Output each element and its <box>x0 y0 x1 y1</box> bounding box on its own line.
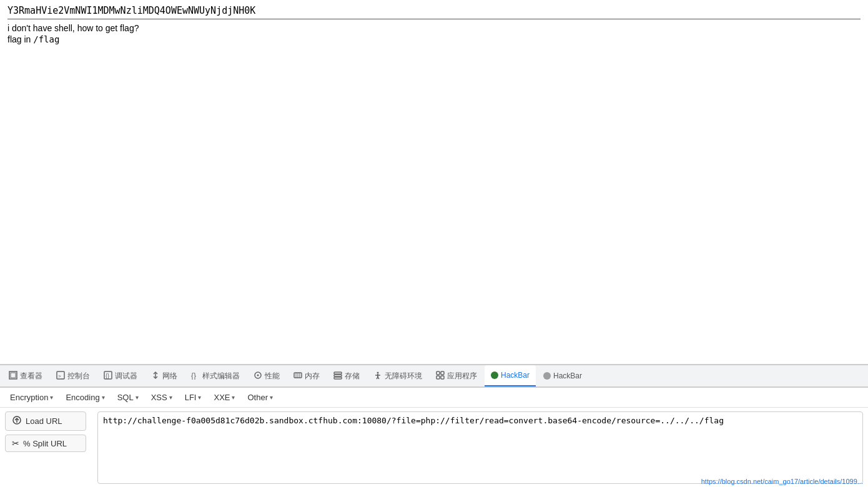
menu-other-label: Other <box>247 393 268 402</box>
tab-hackbar2-label: HackBar <box>553 371 582 380</box>
svg-rect-15 <box>334 375 342 376</box>
split-url-button[interactable]: ✂ % Split URL <box>5 435 86 452</box>
lfi-arrow-icon: ▾ <box>198 394 201 401</box>
tab-hackbar2[interactable]: HackBar <box>537 365 588 386</box>
tab-console[interactable]: >_ 控制台 <box>50 365 96 386</box>
svg-text:{}: {} <box>106 373 109 379</box>
tab-debugger-label: 调试器 <box>115 371 137 381</box>
svg-rect-25 <box>441 376 444 379</box>
flag-line2-prefix: flag in <box>7 34 33 44</box>
flag-line2: flag in /flag <box>7 34 861 44</box>
menu-encryption-label: Encryption <box>10 393 48 402</box>
status-bar: https://blog.csdn.net/caim_go17/article/… <box>701 476 868 487</box>
debugger-icon: {} <box>104 371 112 381</box>
menu-encryption[interactable]: Encryption ▾ <box>5 391 58 404</box>
hackbar-panel: Encryption ▾ Encoding ▾ SQL ▾ XSS ▾ LFI … <box>0 387 868 487</box>
tab-performance-label: 性能 <box>265 371 280 381</box>
menu-xxe[interactable]: XXE ▾ <box>209 391 240 404</box>
status-url: https://blog.csdn.net/caim_go17/article/… <box>701 478 863 485</box>
flag-line2-path: /flag <box>33 34 59 44</box>
performance-icon <box>254 371 262 381</box>
tab-accessibility-label: 无障碍环境 <box>385 371 422 381</box>
svg-rect-14 <box>334 372 342 374</box>
tab-storage[interactable]: 存储 <box>327 365 366 386</box>
menu-lfi[interactable]: LFI ▾ <box>180 391 207 404</box>
style-icon: {} <box>191 371 200 381</box>
hackbar-menu: Encryption ▾ Encoding ▾ SQL ▾ XSS ▾ LFI … <box>0 388 868 408</box>
separator-line <box>7 19 861 19</box>
devtools-bar: 查看器 >_ 控制台 {} 调试器 网络 {} 样式编辑器 性能 <box>0 365 868 387</box>
storage-icon <box>333 371 342 381</box>
svg-point-9 <box>257 374 259 376</box>
tab-memory[interactable]: 内存 <box>287 365 326 386</box>
svg-rect-16 <box>334 377 342 379</box>
hackbar-body: Load URL ✂ % Split URL <box>0 408 868 487</box>
main-content: Y3RmaHVie2VmNWI1MDMwNzliMDQ4OWEwNWUyNjdj… <box>0 0 868 365</box>
flag-text: i don't have shell, how to get flag? fla… <box>7 23 861 44</box>
split-url-icon: ✂ <box>12 438 19 448</box>
menu-lfi-label: LFI <box>185 393 197 402</box>
tab-hackbar1-label: HackBar <box>501 371 530 380</box>
load-url-icon <box>12 415 22 427</box>
encryption-arrow-icon: ▾ <box>50 394 53 401</box>
sql-arrow-icon: ▾ <box>136 394 139 401</box>
tab-inspector-label: 查看器 <box>20 371 42 381</box>
tab-debugger[interactable]: {} 调试器 <box>97 365 144 386</box>
menu-xss[interactable]: XSS ▾ <box>146 391 177 404</box>
load-url-button[interactable]: Load URL <box>5 411 86 431</box>
menu-other[interactable]: Other ▾ <box>242 391 278 404</box>
svg-rect-24 <box>436 376 440 379</box>
svg-point-17 <box>377 371 379 373</box>
hackbar1-dot-icon <box>491 371 498 379</box>
split-url-label: % Split URL <box>23 439 67 448</box>
menu-xxe-label: XXE <box>214 393 230 402</box>
tab-apps-label: 应用程序 <box>447 371 477 381</box>
tab-style[interactable]: {} 样式编辑器 <box>185 365 246 386</box>
tab-network[interactable]: 网络 <box>145 365 184 386</box>
hackbar2-dot-icon <box>543 372 551 380</box>
tab-apps[interactable]: 应用程序 <box>430 365 483 386</box>
svg-rect-1 <box>11 373 16 378</box>
tab-accessibility[interactable]: 无障碍环境 <box>367 365 428 386</box>
svg-text:{}: {} <box>191 371 196 380</box>
encoding-arrow-icon: ▾ <box>102 394 105 401</box>
menu-xss-label: XSS <box>151 393 167 402</box>
menu-encoding-label: Encoding <box>66 393 99 402</box>
url-input[interactable] <box>97 411 863 484</box>
tab-memory-label: 内存 <box>305 371 320 381</box>
tab-hackbar1[interactable]: HackBar <box>485 365 536 386</box>
tab-inspector[interactable]: 查看器 <box>2 365 49 386</box>
other-arrow-icon: ▾ <box>270 394 273 401</box>
tab-storage-label: 存储 <box>345 371 360 381</box>
tab-network-label: 网络 <box>162 371 177 381</box>
apps-icon <box>436 371 445 381</box>
output-line1: Y3RmaHVie2VmNWI1MDMwNzliMDQ4OWEwNWUyNjdj… <box>7 5 861 16</box>
menu-encoding[interactable]: Encoding ▾ <box>61 391 109 404</box>
accessibility-icon <box>373 371 382 381</box>
tab-style-label: 样式编辑器 <box>202 371 240 381</box>
svg-text:>_: >_ <box>58 373 64 379</box>
svg-rect-22 <box>436 371 440 375</box>
console-icon: >_ <box>56 371 65 381</box>
tab-performance[interactable]: 性能 <box>247 365 286 386</box>
svg-line-21 <box>378 377 379 379</box>
hackbar-right <box>97 411 863 484</box>
flag-line1: i don't have shell, how to get flag? <box>7 23 861 33</box>
inspector-icon <box>9 371 17 381</box>
menu-sql-label: SQL <box>117 393 134 402</box>
tab-console-label: 控制台 <box>67 371 90 381</box>
network-icon <box>151 371 160 381</box>
xxe-arrow-icon: ▾ <box>232 394 235 401</box>
svg-rect-23 <box>441 371 444 375</box>
menu-sql[interactable]: SQL ▾ <box>112 391 144 404</box>
load-url-label: Load URL <box>26 416 62 426</box>
hackbar-left: Load URL ✂ % Split URL <box>5 411 92 484</box>
xss-arrow-icon: ▾ <box>169 394 172 401</box>
memory-icon <box>293 371 302 381</box>
